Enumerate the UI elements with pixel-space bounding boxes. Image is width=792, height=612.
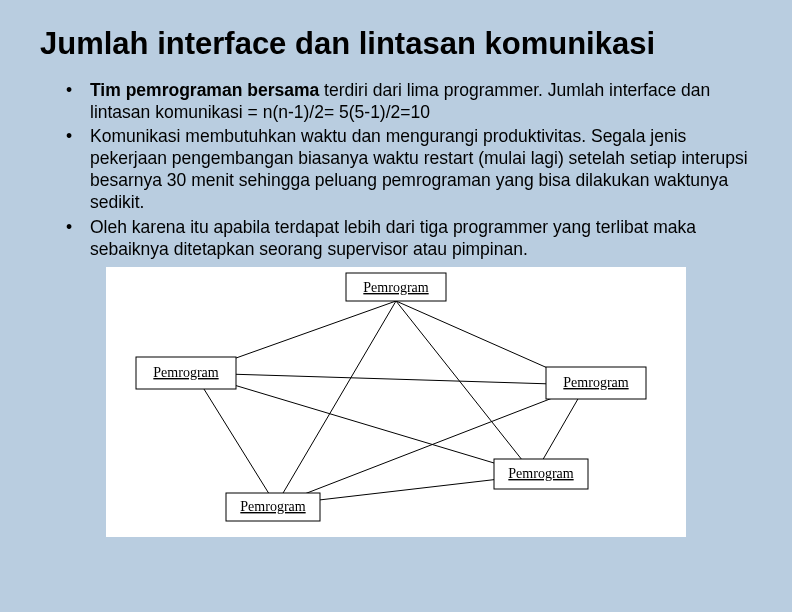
bullet-list: Tim pemrograman bersama terdiri dari lim… <box>40 80 752 261</box>
node-bottom-right-label: Pemrogram <box>508 466 573 481</box>
node-bottom-left-label: Pemrogram <box>240 499 305 514</box>
node-top-label: Pemrogram <box>363 280 428 295</box>
svg-line-6 <box>194 373 534 475</box>
diagram-svg: Pemrogram Pemrogram Pemrogram Pemrogram … <box>106 267 686 537</box>
node-top: Pemrogram <box>346 273 446 301</box>
communication-diagram: Pemrogram Pemrogram Pemrogram Pemrogram … <box>106 267 686 537</box>
node-left-label: Pemrogram <box>153 365 218 380</box>
svg-line-4 <box>194 373 276 505</box>
svg-line-3 <box>396 301 534 475</box>
node-right: Pemrogram <box>546 367 646 399</box>
node-right-label: Pemrogram <box>563 375 628 390</box>
slide-title: Jumlah interface dan lintasan komunikasi <box>40 26 752 62</box>
svg-line-5 <box>194 373 586 385</box>
bullet-item-1: Tim pemrograman bersama terdiri dari lim… <box>84 80 752 124</box>
node-bottom-left: Pemrogram <box>226 493 320 521</box>
node-bottom-right: Pemrogram <box>494 459 588 489</box>
node-left: Pemrogram <box>136 357 236 389</box>
bullet-1-bold: Tim pemrograman bersama <box>90 80 319 100</box>
slide: Jumlah interface dan lintasan komunikasi… <box>0 0 792 612</box>
bullet-item-2: Komunikasi membutuhkan waktu dan mengura… <box>84 126 752 214</box>
bullet-item-3: Oleh karena itu apabila terdapat lebih d… <box>84 217 752 261</box>
